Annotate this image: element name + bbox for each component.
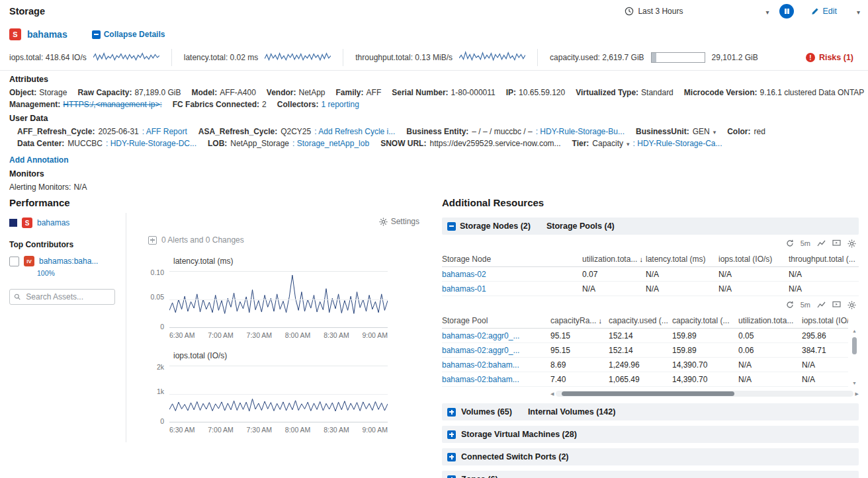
attribute-key: Virtualized Type: [576, 88, 638, 97]
attribute-value[interactable]: HTTPS:/,<management ip>: [63, 100, 161, 109]
section-connected-switch-ports[interactable]: Connected Switch Ports (2) [442, 448, 859, 465]
user-data-segment[interactable]: : HDY-Rule-Storage-Bu... [536, 127, 625, 136]
trend-chart-icon[interactable] [817, 301, 826, 309]
gear-icon[interactable] [847, 239, 856, 248]
metric-capacity: capacity.used: 2,619.7 GiB 29,101.2 GiB [537, 49, 770, 66]
expand-icon[interactable] [447, 430, 456, 439]
legend-entity-link[interactable]: bahamas [37, 218, 69, 227]
storage-node-link[interactable]: bahamas-02 [442, 270, 582, 279]
user-data-segment[interactable]: : Storage_netApp_lob [292, 139, 369, 148]
contributor-percent-link[interactable]: 100% [37, 269, 123, 277]
tab-storage-nodes[interactable]: Storage Nodes (2) [447, 221, 531, 231]
table-row: bahamas-02:baham... 8.69 1,249.96 14,390… [442, 358, 848, 372]
iops-plot[interactable] [169, 366, 388, 422]
risks-button[interactable]: Risks (1) [806, 53, 868, 62]
expand-icon[interactable] [447, 453, 456, 461]
panel-chevron-icon[interactable] [857, 5, 860, 17]
attribute-value[interactable]: 1 reporting [321, 100, 359, 109]
scroll-up-icon[interactable] [852, 328, 857, 335]
refresh-icon[interactable] [786, 301, 794, 309]
trend-chart-icon[interactable] [817, 239, 826, 247]
user-data-segment[interactable]: Capacity [592, 139, 629, 148]
add-annotation-link[interactable]: Add Annotation [9, 155, 69, 165]
presentation-icon[interactable] [832, 239, 841, 247]
refresh-icon[interactable] [786, 239, 794, 247]
table-row: bahamas-02 0.07 N/A N/A N/A [442, 267, 859, 282]
legend-item[interactable]: S bahamas [9, 218, 123, 228]
alerts-changes-toggle[interactable]: 0 Alerts and 0 Changes [148, 235, 423, 245]
refresh-interval-label[interactable]: 5m [801, 239, 810, 247]
user-data-segment[interactable]: : HDY-Rule-Storage-DC... [106, 139, 196, 148]
section-storage-virtual-machines[interactable]: Storage Virtual Machines (28) [442, 426, 859, 443]
x-tick-label: 9:00 AM [362, 426, 388, 434]
table-cell: 295.86 [802, 331, 848, 340]
col-capacity-used[interactable]: capacity.used (... [609, 316, 672, 325]
storage-pool-table-header: Storage Pool capacityRa... capacity.used… [442, 313, 848, 329]
attribute: Family:AFF [336, 88, 382, 97]
contributor-checkbox[interactable] [9, 257, 19, 266]
scrollbar-thumb[interactable] [852, 337, 857, 354]
user-data-segment[interactable]: : AFF Report [142, 127, 187, 136]
scrollbar-thumb[interactable] [562, 391, 734, 396]
attribute: IP:10.65.59.120 [506, 88, 565, 97]
col-storage-pool[interactable]: Storage Pool [442, 316, 550, 325]
attribute-value: Standard [641, 88, 673, 97]
user-data-segment[interactable]: GEN [693, 127, 716, 136]
chart-settings-button[interactable]: Settings [379, 217, 419, 226]
entity-name-link[interactable]: bahamas [27, 29, 67, 40]
search-assets-input[interactable] [24, 292, 110, 302]
scroll-down-icon[interactable] [852, 380, 857, 387]
col-latency[interactable]: latency.total (ms) [646, 255, 718, 264]
expand-icon[interactable] [447, 475, 456, 478]
scroll-left-icon[interactable] [550, 391, 554, 397]
presentation-icon[interactable] [832, 301, 841, 309]
col-iops[interactable]: iops.total (IO/s) [718, 255, 789, 264]
user-data-segment[interactable]: : Add Refresh Cycle i... [314, 127, 395, 136]
section-zones[interactable]: Zones (6) [442, 471, 859, 478]
col-capacity-ratio[interactable]: capacityRa... [550, 316, 609, 325]
svm-label[interactable]: Storage Virtual Machines (28) [461, 430, 577, 439]
attribute: Model:AFF-A400 [191, 88, 255, 97]
storage-pool-link[interactable]: bahamas-02:aggr0_... [442, 331, 550, 340]
attribute-value: 2 [262, 100, 267, 109]
col-storage-node[interactable]: Storage Node [442, 255, 582, 264]
user-data-segment[interactable]: : HDY-Rule-Storage-Ca... [633, 139, 722, 148]
user-data-segment: BusinessUnit: [636, 127, 689, 136]
scrollbar-track[interactable] [556, 391, 853, 397]
table-cell: 159.89 [672, 346, 738, 355]
col-capacity-total[interactable]: capacity.total (... [672, 316, 738, 325]
contributor-link[interactable]: bahamas:baha... [39, 257, 98, 266]
col-throughput[interactable]: throughput.total (... [789, 255, 859, 264]
table-cell: N/A [789, 270, 859, 279]
user-data-segment: 2025-06-31 [98, 127, 138, 136]
edit-button[interactable]: Edit [811, 7, 837, 16]
metric-iops: iops.total: 418.64 IO/s [0, 49, 171, 66]
storage-pool-link[interactable]: bahamas-02:baham... [442, 375, 550, 384]
refresh-interval-label[interactable]: 5m [801, 301, 810, 309]
latency-plot[interactable] [169, 271, 388, 328]
col-utilization[interactable]: utilization.tota... [738, 316, 802, 325]
pause-button[interactable] [779, 4, 794, 19]
tab-storage-pools[interactable]: Storage Pools (4) [546, 221, 615, 231]
time-range-picker[interactable]: Last 3 Hours [625, 5, 769, 17]
collapse-details-button[interactable]: Collapse Details [92, 30, 165, 39]
expand-icon[interactable] [447, 408, 456, 417]
switch-ports-label[interactable]: Connected Switch Ports (2) [461, 452, 569, 461]
section-volumes[interactable]: Volumes (65) Internal Volumes (142) [442, 403, 859, 420]
gear-icon[interactable] [847, 301, 856, 309]
x-tick-label: 8:00 AM [285, 426, 311, 434]
clock-icon [625, 7, 634, 16]
storage-pool-link[interactable]: bahamas-02:aggr0_... [442, 346, 550, 355]
horizontal-scrollbar[interactable] [550, 389, 859, 398]
tab-internal-volumes[interactable]: Internal Volumes (142) [528, 407, 615, 417]
zones-label[interactable]: Zones (6) [461, 475, 498, 478]
x-tick-label: 8:30 AM [324, 426, 349, 434]
storage-pool-link[interactable]: bahamas-02:baham... [442, 360, 550, 370]
vertical-scrollbar[interactable] [850, 328, 859, 387]
col-iops[interactable]: iops.total (IO/s) [802, 316, 848, 325]
volumes-label[interactable]: Volumes (65) [461, 407, 512, 417]
storage-node-link[interactable]: bahamas-01 [442, 284, 582, 294]
pencil-icon [811, 7, 819, 15]
scroll-right-icon[interactable] [855, 391, 859, 397]
col-utilization[interactable]: utilization.tota... [582, 255, 646, 264]
